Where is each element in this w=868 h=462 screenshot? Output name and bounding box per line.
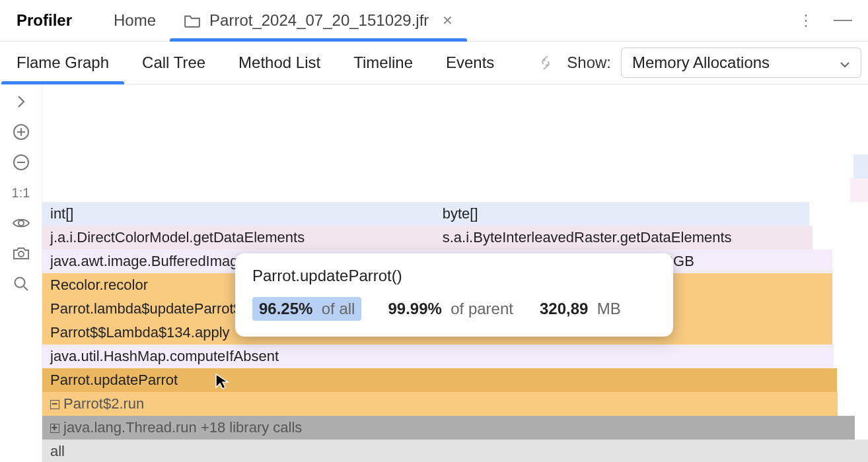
snapshot-icon[interactable] [12,244,30,263]
close-icon[interactable]: ✕ [442,13,453,28]
flame-cell[interactable]: java.util.HashMap.computeIfAbsent [42,345,834,368]
svg-point-2 [18,220,24,226]
flame-cell[interactable] [853,154,869,178]
flame-cell-label: all [50,443,65,459]
collapse-icon[interactable] [50,400,59,409]
fit-icon[interactable]: 1:1 [12,183,30,202]
preview-icon[interactable] [12,214,30,232]
chevron-down-icon [840,53,850,72]
tab-call-tree[interactable]: Call Tree [126,42,222,84]
focus-reset-icon[interactable] [534,51,557,74]
zoom-in-icon[interactable] [12,123,30,141]
tooltip-pct-parent: 99.99% [388,300,441,317]
zoom-out-icon[interactable] [12,153,30,172]
kebab-menu-icon[interactable]: ⋮ [798,11,814,30]
tooltip-pct-parent-label: of parent [451,300,513,317]
flame-cell[interactable]: s.a.i.ByteInterleavedRaster.getDataEleme… [435,226,813,249]
flame-cell[interactable]: int[] [42,202,435,226]
show-select-value: Memory Allocations [632,53,770,72]
flame-cell-label: Parrot$2.run [63,395,144,412]
flame-cell[interactable]: Parrot$2.run [42,392,838,416]
tab-timeline[interactable]: Timeline [337,42,429,84]
flame-cell-label: byte[] [443,205,478,222]
flame-cell-label: Parrot$$Lambda$134.apply [50,324,230,341]
tab-flame-graph[interactable]: Flame Graph [0,42,126,84]
flame-cell-label: j.a.i.DirectColorModel.getDataElements [50,229,305,246]
tab-home[interactable]: Home [100,0,170,41]
flame-cell-label: Parrot.lambda$updateParrot$0 [50,300,250,317]
tab-file[interactable]: Parrot_2024_07_20_151029.jfr ✕ [170,0,467,41]
tab-file-label: Parrot_2024_07_20_151029.jfr [209,11,429,30]
expand-icon[interactable] [12,92,30,111]
tooltip-size-value: 320,89 [540,300,588,317]
folder-icon [184,13,201,28]
flame-cell[interactable]: java.lang.Thread.run +18 library calls [42,416,855,440]
tab-events[interactable]: Events [429,42,511,84]
show-label: Show: [567,53,611,72]
flame-cell-label: Recolor.recolor [50,277,148,293]
show-select[interactable]: Memory Allocations [621,48,861,78]
tooltip-size-unit: MB [597,300,621,317]
flame-cell[interactable]: byte[] [435,202,810,226]
tooltip-pct-all-label [317,300,322,317]
svg-point-4 [15,278,24,288]
app-title: Profiler [0,11,100,30]
tooltip-method: Parrot.updateParrot() [252,267,656,285]
expand-icon[interactable] [50,424,59,433]
flame-cell-label: s.a.i.ByteInterleavedRaster.getDataEleme… [443,229,732,246]
flame-cell[interactable]: all [42,440,868,462]
flame-cell[interactable]: j.a.i.DirectColorModel.getDataElements [42,226,435,249]
minimize-icon[interactable] [834,20,852,21]
svg-point-3 [18,251,24,257]
tooltip-pct-all: 96.25% [259,300,312,317]
flame-cell-label: java.util.HashMap.computeIfAbsent [50,348,279,364]
search-icon[interactable] [12,275,30,293]
flame-cell-label: Parrot.updateParrot [50,372,178,388]
tab-method-list[interactable]: Method List [222,42,337,84]
flame-cell[interactable] [850,178,869,202]
flame-cell[interactable]: Parrot.updateParrot [42,368,837,392]
flame-cell-label: int[] [50,205,73,222]
flame-tooltip: Parrot.updateParrot() 96.25% of all 99.9… [235,253,673,337]
flame-cell-label: java.lang.Thread.run +18 library calls [63,419,302,436]
